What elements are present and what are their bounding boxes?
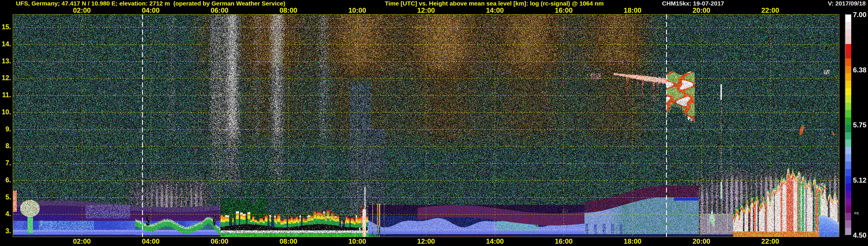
ceilometer-heatmap [13,14,839,237]
colorbar-block [845,118,851,125]
x-tick-label: 06:00 [207,237,232,245]
colorbar-tick-label: 7.00 [853,11,868,19]
colorbar-block [845,213,851,220]
colorbar-block [845,88,851,95]
y-tick-label: 9. [0,125,11,133]
plot-title: Time [UTC] vs. Height above mean sea lev… [385,0,603,7]
x-tick-label: 02:00 [69,6,95,14]
colorbar-block [845,22,851,29]
y-tick-label: 15. [0,23,11,31]
colorbar-block [845,132,851,140]
x-tick-label: 18:00 [619,237,646,245]
y-tick-label: 11. [0,91,11,99]
x-tick-label: 14:00 [482,237,508,245]
y-tick-label: 5. [0,193,11,201]
colorbar-block [845,110,851,117]
colorbar-block [845,147,851,154]
colorbar-block [845,44,851,51]
colorbar-block [845,29,851,36]
colorbar-block [845,140,851,147]
colorbar-tick-label: 5.75 [853,121,868,129]
colorbar-block [845,51,851,58]
colorbar [845,14,851,235]
x-tick-label: 18:00 [619,6,646,14]
colorbar-block [845,154,851,161]
colorbar-eq-label: eq [854,211,859,215]
y-tick-label: 12. [0,74,11,82]
x-tick-label: 02:00 [69,237,95,245]
y-tick-label: 14. [0,40,11,48]
colorbar-block [845,198,851,206]
y-tick-label: 7. [0,159,11,167]
colorbar-block [845,58,851,66]
colorbar-block [845,14,851,22]
x-tick-label: 08:00 [275,237,302,245]
colorbar-block [845,220,851,227]
x-tick-label: 04:00 [138,237,164,245]
colorbar-block [845,103,851,110]
x-tick-label: 16:00 [551,237,577,245]
x-tick-label: 12:00 [413,6,439,14]
instrument-date: CHM15kx: 19-07-2017 [662,0,724,7]
colorbar-block [845,176,851,183]
colorbar-block [845,206,851,213]
plot-area [13,14,839,237]
colorbar-block [845,73,851,81]
x-tick-label: 20:00 [688,6,714,14]
x-tick-label: 20:00 [688,237,714,245]
y-tick-label: 6. [0,176,11,184]
y-tick-label: 4. [0,210,11,218]
colorbar-tick-label: 6.38 [853,66,868,74]
x-tick-label: 10:00 [344,6,370,14]
x-tick-label: 12:00 [413,237,439,245]
colorbar-block [845,125,851,132]
version-label: V: 2017/09/18 [828,0,866,7]
colorbar-block [845,191,851,198]
colorbar-block [845,81,851,88]
colorbar-block [845,228,851,235]
colorbar-tick-label: 5.12 [853,176,868,184]
y-tick-label: 13. [0,57,11,65]
x-tick-label: 04:00 [138,6,164,14]
colorbar-block [845,161,851,169]
x-tick-label: 16:00 [551,6,577,14]
y-tick-label: 3. [0,227,11,235]
x-tick-label: 22:00 [757,237,783,245]
colorbar-block [845,66,851,73]
colorbar-block [845,36,851,44]
x-tick-label: 22:00 [757,6,783,14]
x-tick-label: 08:00 [275,6,302,14]
x-tick-label: 10:00 [344,237,370,245]
x-tick-label: 14:00 [482,6,508,14]
y-tick-label: 8. [0,142,11,150]
colorbar-tick-label: 4.50 [853,231,868,239]
colorbar-block [845,95,851,102]
y-tick-label: 10. [0,108,11,116]
colorbar-block [845,183,851,191]
colorbar-block [845,169,851,176]
x-tick-label: 06:00 [207,6,232,14]
station-info: UFS, Germany; 47.417 N / 10.980 E; eleva… [16,0,285,7]
